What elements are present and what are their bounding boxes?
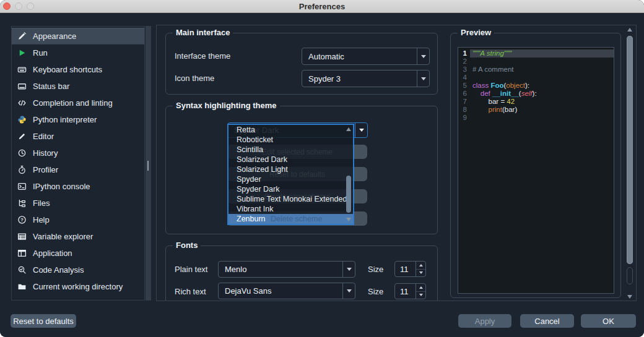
rich-text-label: Rich text xyxy=(175,287,206,296)
theme-option-solarized-dark[interactable]: Solarized Dark xyxy=(228,155,353,164)
theme-option-solarized-light[interactable]: Solarized Light xyxy=(228,164,353,174)
titlebar: Preferences xyxy=(0,0,644,13)
theme-option-retta[interactable]: Retta xyxy=(228,125,353,135)
sidebar-item-appearance[interactable]: Appearance xyxy=(12,28,144,45)
spin-down-icon[interactable] xyxy=(416,270,425,277)
sidebar-item-completion-and-linting[interactable]: Completion and linting xyxy=(12,95,144,111)
sidebar-item-status-bar[interactable]: Status bar xyxy=(12,78,144,95)
preview-group: Preview 1"""A string"""23# A comment45cl… xyxy=(450,33,621,298)
rich-text-font-select[interactable]: DejaVu Sans xyxy=(218,283,355,299)
chevron-down-icon[interactable] xyxy=(417,70,429,87)
appearance-pane: Main interface Interface theme Automatic… xyxy=(156,25,637,301)
chevron-down-icon[interactable] xyxy=(342,283,355,299)
code-analysis-icon xyxy=(17,265,27,275)
theme-option-vibrant-ink[interactable]: Vibrant Ink xyxy=(228,204,353,214)
stopwatch-icon xyxy=(17,165,27,174)
play-icon xyxy=(17,48,27,58)
sidebar-item-variable-explorer[interactable]: Variable explorer xyxy=(12,228,144,245)
interface-theme-select[interactable]: Automatic xyxy=(302,48,430,65)
spin-up-icon[interactable] xyxy=(416,262,425,270)
help-icon: ? xyxy=(17,215,27,224)
code-preview: 1"""A string"""23# A comment45class Foo(… xyxy=(458,47,614,294)
main-interface-group: Main interface Interface theme Automatic… xyxy=(165,33,438,95)
code-text: class Foo(object): xyxy=(470,82,614,90)
sidebar-item-ipython-console[interactable]: IPython console xyxy=(12,178,144,195)
line-number: 9 xyxy=(458,114,470,122)
sidebar-item-label: Files xyxy=(33,198,50,208)
spin-down-icon[interactable] xyxy=(416,292,425,299)
scroll-up-icon[interactable] xyxy=(627,28,632,32)
pane-scrollbar[interactable] xyxy=(625,28,634,299)
sidebar-item-current-working-directory[interactable]: Current working directory xyxy=(12,278,144,295)
theme-option-roboticket[interactable]: Roboticket xyxy=(228,135,353,145)
sidebar-item-files[interactable]: Files xyxy=(12,195,144,211)
code-line: 4 xyxy=(458,74,614,82)
plain-size-spinner[interactable]: 11 xyxy=(394,261,426,277)
sidebar-item-label: Keyboard shortcuts xyxy=(33,65,102,74)
sidebar-item-label: Appearance xyxy=(33,32,76,41)
sidebar-item-label: Editor xyxy=(33,132,54,141)
popup-scrollbar-thumb[interactable] xyxy=(346,176,351,213)
code-text xyxy=(470,114,614,122)
main-interface-legend: Main interface xyxy=(173,28,233,37)
popup-scrollbar[interactable] xyxy=(344,125,353,224)
reset-to-defaults-label: Reset to defaults xyxy=(13,317,74,326)
ok-button[interactable]: OK xyxy=(581,314,636,328)
code-line: 2 xyxy=(458,58,614,66)
line-number: 7 xyxy=(458,98,470,106)
line-number: 3 xyxy=(458,66,470,74)
syntax-theme-popup: RettaRoboticketScintillaSolarized DarkSo… xyxy=(227,124,354,225)
statusbar-icon xyxy=(17,82,27,91)
sidebar-splitter[interactable] xyxy=(146,26,151,301)
sidebar-item-keyboard-shortcuts[interactable]: Keyboard shortcuts xyxy=(12,61,144,78)
sidebar-item-label: Run xyxy=(33,48,48,58)
code-line: 3# A comment xyxy=(458,66,614,74)
code-line: 6 def __init__(self): xyxy=(458,90,614,98)
sidebar: AppearanceRunKeyboard shortcutsStatus ba… xyxy=(11,26,145,301)
sidebar-item-label: IPython console xyxy=(33,182,90,191)
chevron-down-icon[interactable] xyxy=(417,48,429,64)
theme-option-spyder-dark[interactable]: Spyder Dark xyxy=(228,184,353,194)
code-text xyxy=(470,74,614,82)
icon-theme-select[interactable]: Spyder 3 xyxy=(302,70,430,87)
sidebar-item-help[interactable]: ?Help xyxy=(12,211,144,228)
sidebar-item-profiler[interactable]: Profiler xyxy=(12,161,144,178)
cancel-button[interactable]: Cancel xyxy=(520,314,574,328)
rich-size-value: 11 xyxy=(395,284,416,299)
pane-scrollbar-thumb[interactable] xyxy=(627,36,633,264)
sidebar-item-label: Help xyxy=(33,215,50,224)
sidebar-item-label: Status bar xyxy=(33,82,69,91)
plain-text-label: Plain text xyxy=(175,265,207,274)
sidebar-item-label: Code Analysis xyxy=(33,265,84,275)
spin-up-icon[interactable] xyxy=(416,284,425,292)
chevron-down-icon[interactable] xyxy=(342,262,355,277)
rich-size-spinner[interactable]: 11 xyxy=(394,283,426,299)
sidebar-item-code-analysis[interactable]: Code Analysis xyxy=(12,262,144,278)
scroll-up-icon[interactable] xyxy=(346,127,351,131)
chevron-down-icon[interactable] xyxy=(355,123,367,137)
apply-button[interactable]: Apply xyxy=(458,314,511,328)
reset-to-defaults-button[interactable]: Reset to defaults xyxy=(11,314,76,328)
theme-option-spyder[interactable]: Spyder xyxy=(228,174,353,184)
line-number: 2 xyxy=(458,58,470,66)
scroll-down-icon[interactable] xyxy=(627,295,632,299)
sidebar-item-application[interactable]: Application xyxy=(12,245,144,262)
sidebar-item-label: Current working directory xyxy=(33,282,123,291)
theme-option-sublime-text-monokai-extended[interactable]: Sublime Text Monokai Extended xyxy=(228,194,353,204)
rich-size-label: Size xyxy=(368,287,383,296)
scroll-down-icon[interactable] xyxy=(346,218,351,221)
plain-text-font-select[interactable]: Menlo xyxy=(218,261,355,278)
preferences-window: Preferences AppearanceRunKeyboard shortc… xyxy=(0,0,644,337)
theme-option-scintilla[interactable]: Scintilla xyxy=(228,145,353,155)
icon-theme-value: Spyder 3 xyxy=(302,70,417,87)
sidebar-item-label: Completion and linting xyxy=(33,98,113,108)
code-text: bar = 42 xyxy=(470,98,614,106)
sidebar-item-python-interpreter[interactable]: Python interpreter xyxy=(12,111,144,128)
occluded-delete-scheme-label: Delete scheme xyxy=(271,214,322,224)
theme-option-zenburn[interactable]: ZenburnDelete scheme xyxy=(228,214,353,224)
sidebar-item-history[interactable]: History xyxy=(12,145,144,161)
code-line: 8 print(bar) xyxy=(458,106,614,114)
preview-legend: Preview xyxy=(458,28,494,37)
sidebar-item-editor[interactable]: Editor xyxy=(12,128,144,145)
sidebar-item-run[interactable]: Run xyxy=(12,45,144,61)
